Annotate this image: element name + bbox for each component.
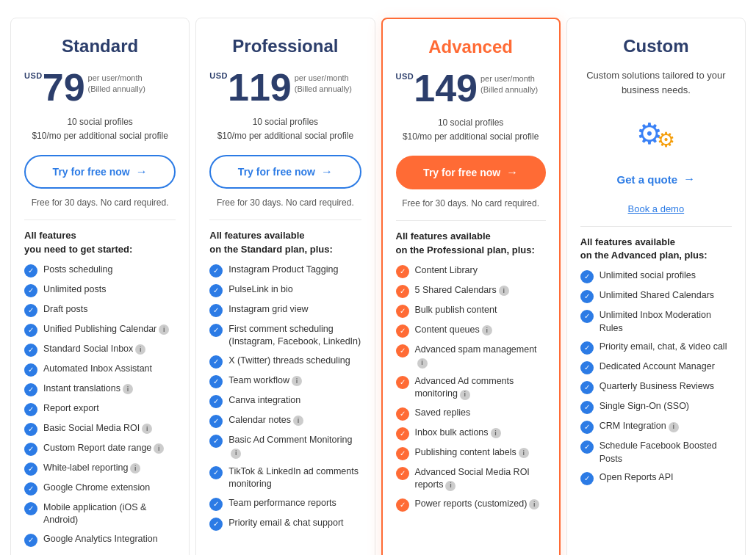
feature-item: ✓Unlimited social profiles	[580, 269, 732, 283]
cta-button-advanced[interactable]: Try for free now →	[396, 156, 546, 189]
check-icon: ✓	[396, 324, 409, 338]
feature-text: White-label reportingi	[43, 462, 140, 475]
feature-item: ✓Google Analytics Integration	[24, 533, 176, 547]
feature-item: ✓Saved replies	[396, 407, 546, 421]
pricing-grid: Standard USD 79 per user/month(Billed an…	[0, 0, 756, 555]
check-icon: ✓	[396, 407, 409, 421]
feature-item: ✓Instagram grid view	[209, 303, 361, 317]
cta-button-standard[interactable]: Try for free now →	[24, 155, 176, 189]
info-icon[interactable]: i	[417, 358, 428, 369]
feature-item: ✓Content Library	[396, 264, 546, 278]
feature-text: Google Chrome extension	[43, 482, 150, 495]
check-icon: ✓	[209, 284, 223, 297]
cta-button-custom[interactable]: Get a quote →	[580, 164, 732, 195]
check-icon: ✓	[209, 415, 223, 428]
info-icon[interactable]: i	[159, 324, 169, 335]
feature-text: Instant translationsi	[43, 382, 133, 396]
info-icon[interactable]: i	[445, 481, 456, 491]
feature-item: ✓CRM Integrationi	[580, 420, 732, 434]
price-row-standard: USD 79 per user/month(Billed annually)	[24, 68, 176, 106]
info-icon[interactable]: i	[123, 384, 133, 394]
book-demo-link[interactable]: Book a demo	[580, 203, 732, 214]
check-icon: ✓	[24, 344, 37, 357]
plan-name-standard: Standard	[24, 36, 176, 57]
feature-text: Unlimited Inbox Moderation Rules	[600, 309, 732, 335]
feature-text: Posts scheduling	[43, 264, 113, 277]
info-icon[interactable]: i	[135, 344, 145, 355]
check-icon: ✓	[24, 462, 37, 476]
feature-item: ✓Publishing content labelsi	[396, 446, 546, 460]
feature-item: ✓Team performance reports	[209, 497, 361, 511]
feature-text: Automated Inbox Assistant	[43, 363, 152, 376]
feature-item: ✓Basic Social Media ROIi	[24, 422, 176, 436]
price-currency-standard: USD	[24, 71, 43, 80]
feature-text: Single Sign-On (SSO)	[600, 400, 689, 413]
feature-text: Draft posts	[43, 303, 87, 316]
check-icon: ✓	[580, 381, 594, 394]
info-icon[interactable]: i	[142, 424, 152, 434]
info-icon[interactable]: i	[491, 428, 501, 438]
check-icon: ✓	[24, 443, 37, 456]
feature-text: Priority email, chat, & video call	[600, 341, 727, 354]
check-icon: ✓	[580, 290, 594, 303]
plan-card-advanced: Advanced USD 149 per user/month(Billed a…	[381, 18, 561, 555]
info-icon[interactable]: i	[154, 443, 164, 454]
feature-text: Calendar notesi	[228, 414, 303, 427]
feature-item: ✓Report export	[24, 402, 176, 416]
price-details-professional: per user/month(Billed annually)	[295, 73, 352, 95]
feature-item: ✓Open Reports API	[580, 471, 732, 485]
cta-label-standard: Try for free now	[53, 166, 130, 178]
info-icon[interactable]: i	[130, 463, 140, 474]
info-icon[interactable]: i	[529, 499, 539, 509]
free-note-professional: Free for 30 days. No card required.	[209, 197, 361, 208]
check-icon: ✓	[209, 518, 223, 531]
divider-standard	[24, 220, 176, 220]
price-row-professional: USD 119 per user/month(Billed annually)	[209, 68, 361, 106]
info-icon[interactable]: i	[519, 448, 529, 458]
check-icon: ✓	[209, 435, 223, 448]
feature-item: ✓Unified Publishing Calendari	[24, 323, 176, 337]
feature-text: Priority email & chat support	[228, 517, 343, 530]
features-title-standard: All featuresyou need to get started:	[24, 229, 176, 255]
info-icon[interactable]: i	[231, 449, 241, 459]
check-icon: ✓	[24, 284, 37, 297]
divider-professional	[209, 220, 361, 220]
info-icon[interactable]: i	[482, 325, 492, 335]
info-icon[interactable]: i	[292, 376, 302, 386]
info-icon[interactable]: i	[460, 390, 470, 400]
check-icon: ✓	[209, 466, 223, 479]
cta-button-professional[interactable]: Try for free now →	[209, 155, 361, 189]
check-icon: ✓	[24, 423, 37, 436]
info-icon[interactable]: i	[499, 286, 509, 296]
feature-item: ✓First comment scheduling (Instagram, Fa…	[209, 323, 361, 349]
feature-text: Team performance reports	[228, 497, 336, 510]
check-icon: ✓	[24, 502, 37, 515]
check-icon: ✓	[209, 304, 223, 317]
plan-name-advanced: Advanced	[396, 37, 546, 57]
feature-item: ✓PulseLink in bio	[209, 283, 361, 297]
feature-item: ✓Content queuesi	[396, 324, 546, 338]
feature-item: ✓Automated Inbox Assistant	[24, 363, 176, 377]
price-currency-advanced: USD	[396, 72, 414, 81]
feature-text: Instagram grid view	[228, 303, 308, 316]
feature-item: ✓Power reports (customized)i	[396, 498, 546, 512]
feature-text: Open Reports API	[600, 471, 674, 485]
feature-text: Team workflowi	[228, 374, 302, 388]
info-icon[interactable]: i	[669, 422, 679, 432]
feature-item: ✓Instagram Product Tagging	[209, 264, 361, 278]
feature-text: Publishing content labelsi	[415, 446, 529, 460]
feature-text: Content Library	[415, 264, 478, 278]
check-icon: ✓	[396, 467, 409, 480]
gear-icon: ⚙⚙	[580, 112, 732, 152]
feature-text: Mobile application (iOS & Android)	[43, 501, 176, 527]
feature-item: ✓Unlimited Shared Calendars	[580, 289, 732, 303]
feature-item: ✓Custom Report date rangei	[24, 442, 176, 456]
feature-text: X (Twitter) threads scheduling	[228, 355, 350, 368]
check-icon: ✓	[396, 498, 409, 512]
features-title-custom: All features availableon the Advanced pl…	[580, 236, 732, 262]
feature-item: ✓Priority email, chat, & video call	[580, 341, 732, 355]
info-icon[interactable]: i	[293, 416, 303, 426]
feature-item: ✓Mobile application (iOS & Android)	[24, 501, 176, 527]
check-icon: ✓	[24, 304, 37, 317]
check-icon: ✓	[396, 305, 409, 318]
